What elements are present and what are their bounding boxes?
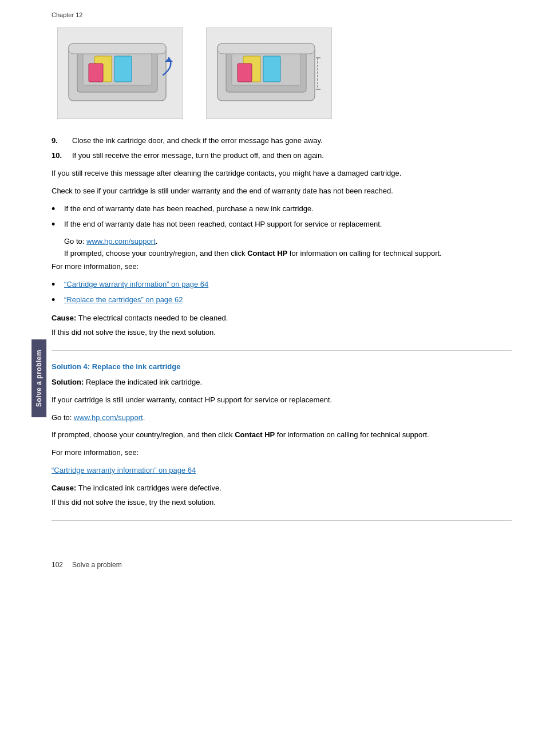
svg-rect-7 bbox=[69, 43, 166, 54]
step-10-number: 10. bbox=[52, 150, 68, 161]
side-tab: Solve a problem bbox=[31, 339, 46, 417]
divider-2 bbox=[52, 520, 512, 521]
bullet-dot-1: • bbox=[52, 203, 60, 216]
solution4-cause-label: Cause: bbox=[52, 484, 76, 492]
step-9-number: 9. bbox=[52, 135, 68, 147]
step-10-text: If you still receive the error message, … bbox=[72, 150, 324, 161]
solution4-solution-text: Solution: Replace the indicated ink cart… bbox=[52, 377, 498, 389]
solution4-if-not-solved: If this did not solve the issue, try the… bbox=[52, 497, 498, 509]
svg-rect-4 bbox=[114, 56, 132, 82]
if-prompted-text: If prompted, choose your country/region,… bbox=[64, 249, 247, 258]
solution4-contact-hp: Contact HP bbox=[235, 430, 275, 439]
solution4-contact-hp-suffix: for information on calling for technical… bbox=[275, 430, 429, 439]
step-list: 9. Close the ink cartridge door, and che… bbox=[52, 135, 512, 161]
body-para-1: If you still receive this message after … bbox=[52, 168, 498, 180]
solution4-solution-label: Solution: bbox=[52, 378, 84, 386]
images-row bbox=[52, 27, 512, 119]
if-prompted-block: If prompted, choose your country/region,… bbox=[64, 249, 512, 258]
solution4-go-to: Go to: www.hp.com/support. bbox=[52, 412, 498, 424]
svg-rect-12 bbox=[263, 56, 280, 82]
contact-hp-bold: Contact HP bbox=[247, 249, 287, 258]
solution4-solution-desc: Replace the indicated ink cartridge. bbox=[84, 378, 202, 386]
svg-rect-13 bbox=[238, 64, 252, 82]
solution4-go-to-label: Go to: bbox=[52, 413, 74, 422]
solution4-for-more-info: For more information, see: bbox=[52, 447, 498, 459]
svg-rect-17 bbox=[217, 43, 315, 54]
solution4-warranty-text: If your cartridge is still under warrant… bbox=[52, 394, 498, 406]
divider-1 bbox=[52, 350, 512, 351]
contact-hp-suffix: for information on calling for technical… bbox=[287, 249, 442, 258]
page-footer: 102 Solve a problem bbox=[17, 555, 546, 575]
solution4-if-prompted-text: If prompted, choose your country/region,… bbox=[52, 430, 235, 439]
cause-label: Cause: bbox=[52, 314, 76, 322]
cause-text: The electrical contacts needed to be cle… bbox=[76, 314, 228, 322]
page-number: 102 bbox=[52, 561, 63, 569]
step-10: 10. If you still receive the error messa… bbox=[52, 150, 512, 161]
footer-section: Solve a problem bbox=[72, 561, 122, 569]
go-to-label: Go to: bbox=[64, 237, 86, 246]
link-item-1: • “Cartridge warranty information” on pa… bbox=[52, 279, 498, 291]
solution4-link-line: “Cartridge warranty information” on page… bbox=[52, 465, 498, 477]
solution4-if-prompted: If prompted, choose your country/region,… bbox=[52, 429, 498, 441]
step-9: 9. Close the ink cartridge door, and che… bbox=[52, 135, 512, 147]
go-to-block: Go to: www.hp.com/support. bbox=[64, 237, 512, 246]
solution-4-block: Solution 4: Replace the ink cartridge So… bbox=[52, 362, 512, 509]
if-not-solved: If this did not solve the issue, try the… bbox=[52, 327, 498, 339]
svg-rect-5 bbox=[89, 64, 103, 82]
solution4-cause: Cause: The indicated ink cartridges were… bbox=[52, 482, 512, 494]
bullet-list: • If the end of warranty date has been r… bbox=[52, 203, 498, 231]
bullet-text-1: If the end of warranty date has been rea… bbox=[64, 203, 314, 216]
printer-image-right bbox=[206, 27, 332, 119]
solution4-cause-text: The indicated ink cartridges were defect… bbox=[76, 484, 221, 492]
support-link-1[interactable]: www.hp.com/support bbox=[86, 237, 156, 246]
bullet-item-2: • If the end of warranty date has not be… bbox=[52, 219, 498, 231]
step-9-text: Close the ink cartridge door, and check … bbox=[72, 135, 323, 147]
link-bullet-1: • bbox=[52, 279, 60, 291]
chapter-label: Chapter 12 bbox=[52, 11, 512, 18]
replace-cartridges-link[interactable]: “Replace the cartridges” on page 62 bbox=[64, 294, 183, 307]
solution4-warranty-link[interactable]: “Cartridge warranty information” on page… bbox=[52, 466, 196, 474]
link-item-2: • “Replace the cartridges” on page 62 bbox=[52, 294, 498, 307]
solution4-support-link[interactable]: www.hp.com/support bbox=[74, 413, 143, 422]
for-more-info: For more information, see: bbox=[52, 261, 498, 273]
bullet-text-2: If the end of warranty date has not been… bbox=[64, 219, 382, 231]
links-list: • “Cartridge warranty information” on pa… bbox=[52, 279, 498, 307]
printer-image-left bbox=[57, 27, 183, 119]
link-bullet-2: • bbox=[52, 294, 60, 307]
cause-line: Cause: The electrical contacts needed to… bbox=[52, 312, 512, 324]
solution-4-heading: Solution 4: Replace the ink cartridge bbox=[52, 362, 512, 371]
body-para-2: Check to see if your cartridge is still … bbox=[52, 185, 498, 197]
bullet-dot-2: • bbox=[52, 219, 60, 231]
cartridge-warranty-link[interactable]: “Cartridge warranty information” on page… bbox=[64, 279, 208, 291]
bullet-item-1: • If the end of warranty date has been r… bbox=[52, 203, 498, 216]
